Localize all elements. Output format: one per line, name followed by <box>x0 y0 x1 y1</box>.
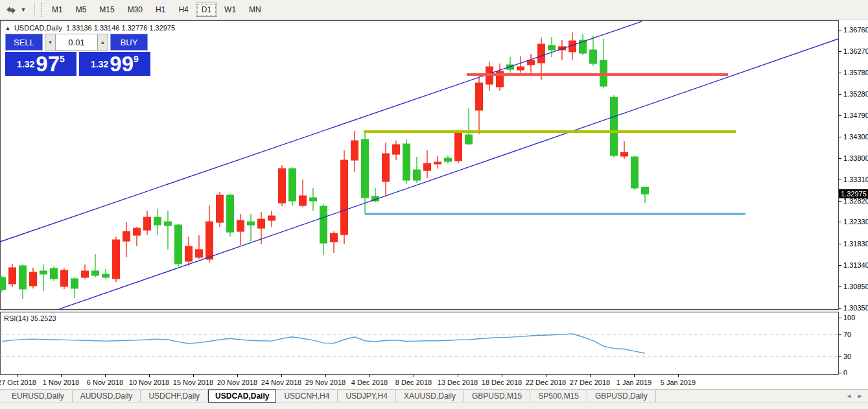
price-axis-label: 1.35280 <box>843 90 868 98</box>
price-axis-label: 1.34300 <box>843 133 868 141</box>
candle-body <box>320 206 327 243</box>
timeframe-button-M5[interactable]: M5 <box>70 3 93 17</box>
candle-body <box>185 246 193 261</box>
rsi-axis-tick <box>839 373 841 373</box>
candle-body <box>279 169 286 203</box>
toolbar-separator <box>34 3 35 17</box>
volume-down-button[interactable]: ▼ <box>45 34 56 51</box>
tab-gbpusd-m15[interactable]: GBPUSD,M15 <box>464 390 530 402</box>
candle-body <box>465 135 473 144</box>
buy-button[interactable]: BUY <box>110 34 148 51</box>
tab-xauusd-daily[interactable]: XAUUSD,Daily <box>396 390 464 402</box>
candle-body <box>123 231 130 241</box>
date-axis-tick <box>369 375 370 377</box>
date-axis-tick <box>546 375 546 377</box>
tab-audusd-daily[interactable]: AUDUSD,Daily <box>73 390 141 402</box>
timeframe-button-M15[interactable]: M15 <box>93 3 120 17</box>
tab-scroll-right-icon[interactable]: ► <box>857 393 863 399</box>
chart-tabs-bar: EURUSD,DailyAUDUSD,DailyUSDCHF,DailyUSDC… <box>0 389 868 403</box>
date-axis-tick <box>678 375 679 377</box>
date-axis-label: 29 Nov 2018 <box>305 379 346 386</box>
timeframe-button-MN[interactable]: MN <box>243 3 267 17</box>
price-axis-label: 1.33310 <box>843 176 868 183</box>
timeframe-button-M30[interactable]: M30 <box>122 3 148 17</box>
price-axis-label: 1.35780 <box>843 69 868 76</box>
status-bar <box>0 403 868 409</box>
price-axis-tick <box>839 30 841 30</box>
sell-price-sup: 5 <box>60 54 65 64</box>
candle-body <box>341 160 348 235</box>
tab-scroll-left-icon[interactable]: ◄ <box>846 393 852 399</box>
candle-body <box>0 277 6 290</box>
sell-price-display[interactable]: 1.32 97 5 <box>5 52 76 76</box>
date-axis-tick <box>61 375 62 377</box>
buy-price-big: 99 <box>110 54 134 74</box>
tab-gbpusd-daily[interactable]: GBPUSD,Daily <box>587 390 656 402</box>
candle-body <box>631 157 639 188</box>
date-axis-label: 18 Dec 2018 <box>482 379 522 386</box>
candle-body <box>393 145 400 154</box>
timeframe-button-H4[interactable]: H4 <box>172 3 194 17</box>
date-axis-tick <box>458 375 458 377</box>
candle-body <box>331 233 338 242</box>
candle-body <box>445 158 452 161</box>
timeframe-button-M1[interactable]: M1 <box>46 3 69 17</box>
price-axis-tick <box>839 115 841 116</box>
candle-body <box>517 67 524 70</box>
app-window: ▼ M1M5M15M30H1H4D1W1MN ▲ USDCAD,Daily 1.… <box>0 0 868 409</box>
date-axis-label: 20 Nov 2018 <box>217 379 257 386</box>
tab-usdcad-daily[interactable]: USDCAD,Daily <box>208 390 276 403</box>
candle-body <box>403 144 410 180</box>
date-axis-label: 15 Nov 2018 <box>173 379 213 386</box>
candle-body <box>82 271 89 277</box>
date-axis[interactable]: 27 Oct 20181 Nov 20186 Nov 201810 Nov 20… <box>0 375 868 389</box>
collapse-panel-icon[interactable]: ▲ <box>5 25 10 31</box>
date-axis-label: 27 Oct 2018 <box>0 379 36 386</box>
volume-up-button[interactable]: ▲ <box>97 34 108 51</box>
sell-button[interactable]: SELL <box>5 34 43 51</box>
candle-body <box>237 220 244 231</box>
timeframe-button-W1[interactable]: W1 <box>218 3 242 17</box>
candle-body <box>258 219 265 228</box>
timeframe-button-D1[interactable]: D1 <box>196 3 217 17</box>
tab-usdjpy-h4[interactable]: USDJPY,H4 <box>338 390 395 402</box>
candle-body <box>382 154 390 181</box>
price-axis-tick <box>839 201 841 202</box>
toolbar-grip[interactable] <box>40 3 43 17</box>
date-axis-tick <box>193 375 194 377</box>
buy-price-display[interactable]: 1.32 99 9 <box>79 52 150 76</box>
candle-body <box>206 222 213 259</box>
sell-price-prefix: 1.32 <box>17 59 34 69</box>
tab-usdchf-daily[interactable]: USDCHF,Daily <box>141 390 208 402</box>
tab-sp500-m15[interactable]: SP500,M15 <box>530 390 587 402</box>
candle-body <box>310 198 317 201</box>
candle-body <box>51 268 58 279</box>
candle-body <box>217 195 224 222</box>
tab-scroll-controls: ◄► <box>846 393 863 399</box>
chart-shift-icon[interactable] <box>4 3 18 16</box>
chart-title: USDCAD,Daily <box>14 24 62 32</box>
candle-body <box>144 217 151 230</box>
rsi-axis-tick <box>839 356 841 357</box>
date-axis-tick <box>502 375 502 377</box>
candle-body <box>113 240 120 279</box>
price-axis-label: 1.30350 <box>843 304 868 312</box>
price-axis-label: 1.36270 <box>843 47 868 55</box>
volume-field[interactable]: 0.01 <box>56 34 97 51</box>
sell-price-big: 97 <box>36 54 60 74</box>
date-axis-label: 13 Dec 2018 <box>438 379 478 386</box>
candle-body <box>476 83 483 110</box>
candle-body <box>92 271 99 275</box>
candle-body <box>9 268 16 284</box>
price-axis-tick <box>839 137 841 137</box>
tab-usdcnh-h4[interactable]: USDCNH,H4 <box>276 390 338 402</box>
price-axis[interactable]: 1.367601.362701.357801.352801.347901.343… <box>839 20 868 389</box>
date-axis-tick <box>325 375 326 377</box>
price-axis-tick <box>839 222 841 222</box>
tab-eurusd-daily[interactable]: EURUSD,Daily <box>4 390 73 402</box>
toolbar-dropdown-caret[interactable]: ▼ <box>18 3 29 16</box>
date-axis-label: 8 Dec 2018 <box>395 379 432 386</box>
timeframe-button-H1[interactable]: H1 <box>150 3 171 17</box>
rsi-axis-label: 100 <box>843 314 855 321</box>
candle-body <box>351 141 358 160</box>
